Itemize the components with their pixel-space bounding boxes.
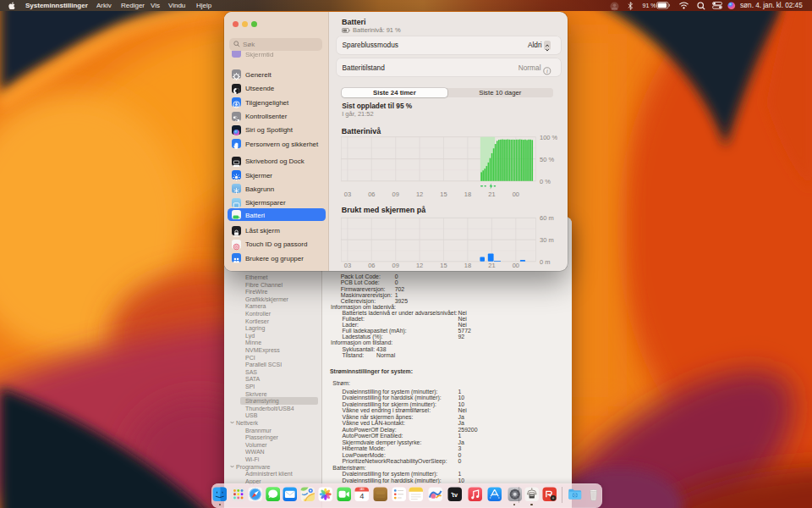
svg-text:21: 21 (488, 262, 495, 268)
svg-text:18: 18 (464, 262, 471, 268)
svg-text:0 %: 0 % (540, 177, 551, 185)
svg-text:15: 15 (440, 262, 447, 268)
svg-text:09: 09 (392, 190, 399, 198)
svg-text:12: 12 (416, 190, 423, 198)
svg-text:03: 03 (344, 190, 351, 198)
svg-text:03: 03 (344, 262, 351, 268)
svg-text:60 m: 60 m (540, 215, 554, 222)
svg-text:JAN: JAN (359, 488, 365, 491)
svg-text:50 %: 50 % (540, 155, 554, 163)
svg-text:12: 12 (416, 262, 423, 268)
svg-text:00: 00 (513, 262, 519, 268)
svg-text:06: 06 (368, 262, 375, 268)
svg-text:0 m: 0 m (540, 257, 551, 265)
svg-text:18: 18 (464, 190, 471, 198)
svg-text:15: 15 (440, 190, 447, 198)
svg-text:00: 00 (513, 190, 519, 198)
svg-text:06: 06 (368, 190, 375, 198)
svg-text:30 m: 30 m (540, 236, 554, 244)
svg-text:100 %: 100 % (540, 135, 557, 141)
svg-text:tv: tv (453, 490, 458, 498)
svg-text:4: 4 (359, 492, 364, 500)
svg-text:21: 21 (488, 190, 495, 198)
svg-text:i: i (546, 68, 548, 74)
svg-text:09: 09 (392, 262, 399, 268)
